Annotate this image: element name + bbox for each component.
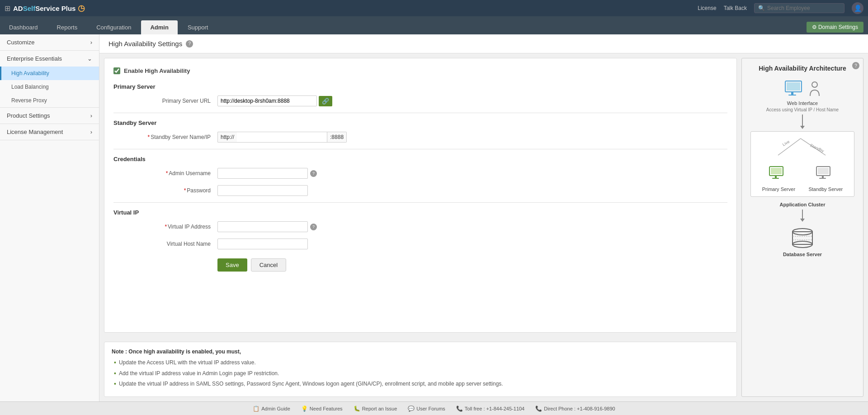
svg-rect-12 (772, 178, 779, 179)
svg-line-5 (778, 138, 801, 155)
svg-text:Live: Live (782, 139, 790, 147)
primary-url-input-group: 🔗 (217, 95, 332, 106)
arch-help-icon[interactable]: ? (852, 62, 859, 69)
arch-arrow-1 (800, 114, 805, 129)
user-avatar[interactable]: 👤 (852, 2, 863, 14)
note-item-1: Update the Access URL with the virtual I… (114, 358, 729, 367)
content-body: Enable High Availability Primary Server … (99, 53, 868, 401)
sidebar-section-title-license[interactable]: License Management › (0, 124, 99, 140)
architecture-panel: ? High Availability Architecture (741, 58, 863, 397)
page-header: High Availability Settings ? (99, 34, 868, 53)
enable-ha-label: Enable High Availability (124, 67, 190, 74)
sidebar-section-enterprise: Enterprise Essentials ⌄ High Availabilit… (0, 51, 99, 108)
top-bar: ⊞ ADSelfService Plus ◷ License Talk Back… (0, 0, 868, 16)
tab-support[interactable]: Support (179, 20, 217, 34)
virtual-host-input[interactable] (217, 239, 308, 249)
virtual-ip-section-title: Virtual IP (113, 209, 727, 216)
form-area: Enable High Availability Primary Server … (104, 58, 737, 333)
note-box: Note : Once high availability is enabled… (104, 342, 737, 397)
footer-user-forums[interactable]: 💬 User Forums (408, 405, 445, 412)
svg-rect-2 (791, 92, 793, 95)
footer-admin-guide[interactable]: 📋 Admin Guide (253, 405, 290, 412)
standby-server-input[interactable] (237, 132, 327, 143)
admin-guide-icon: 📋 (253, 405, 259, 412)
svg-rect-14 (818, 168, 829, 174)
arch-db-label: Database Server (783, 252, 822, 257)
arch-title: High Availability Architecture (742, 58, 863, 76)
note-item-2: Add the virtual IP address value in Admi… (114, 369, 729, 377)
search-icon: 🔍 (758, 5, 765, 11)
search-input[interactable] (767, 5, 840, 11)
toll-free-icon: 📞 (456, 405, 463, 412)
nav-tabs: Dashboard Reports Configuration Admin Su… (0, 16, 868, 34)
page-title: High Availability Settings (108, 40, 182, 48)
sidebar-section-title-customize[interactable]: Customize › (0, 34, 99, 50)
arch-person-svg (808, 80, 821, 99)
svg-rect-3 (788, 95, 796, 95)
standby-prefix: http:// (217, 132, 237, 143)
standby-row: *Standby Server Name/IP http:// :8888 (113, 132, 727, 143)
arch-cluster-inner: Primary Server Standby Server (755, 166, 849, 192)
username-input[interactable] (217, 168, 308, 179)
cancel-button[interactable]: Cancel (251, 258, 286, 272)
button-row: Save Cancel (113, 258, 727, 272)
tab-configuration[interactable]: Configuration (87, 20, 140, 34)
search-box: 🔍 (754, 3, 844, 13)
main-layout: Customize › Enterprise Essentials ⌄ High… (0, 34, 868, 401)
page-help-icon[interactable]: ? (186, 40, 193, 48)
sidebar-item-reverse-proxy[interactable]: Reverse Proxy (0, 94, 99, 107)
enable-ha-checkbox[interactable] (113, 67, 120, 74)
arch-web-interface-label: Web Interface (787, 100, 818, 106)
arch-standby-monitor-svg (815, 166, 836, 185)
sidebar-section-title-product-settings[interactable]: Product Settings › (0, 108, 99, 124)
sidebar-section-customize: Customize › (0, 34, 99, 51)
footer: 📋 Admin Guide 💡 Need Features 🐛 Report a… (0, 401, 868, 415)
need-features-icon: 💡 (301, 405, 308, 412)
talkback-link[interactable]: Talk Back (724, 5, 747, 11)
svg-text:Standby: Standby (809, 143, 825, 153)
chevron-down-icon: ⌄ (87, 55, 92, 62)
footer-report-issue[interactable]: 🐛 Report an Issue (354, 405, 397, 412)
grid-icon[interactable]: ⊞ (5, 4, 10, 13)
password-input[interactable] (217, 185, 308, 196)
virtual-ip-label: *Virtual IP Address (127, 224, 217, 230)
arch-cluster-box: Live Standby (750, 131, 854, 197)
save-button[interactable]: Save (217, 258, 247, 272)
tab-dashboard[interactable]: Dashboard (0, 20, 47, 34)
primary-server-section-title: Primary Server (113, 83, 727, 90)
user-forums-icon: 💬 (408, 405, 415, 412)
virtual-ip-row: *Virtual IP Address ? (113, 221, 727, 232)
note-item-3: Update the virtual IP address in SAML SS… (114, 380, 729, 388)
virtual-ip-input[interactable] (217, 221, 308, 232)
primary-url-action-button[interactable]: 🔗 (319, 96, 332, 106)
domain-settings-button[interactable]: ⚙ Domain Settings (807, 22, 863, 33)
sidebar-section-license: License Management › (0, 124, 99, 140)
footer-need-features[interactable]: 💡 Need Features (301, 405, 343, 412)
sidebar-item-load-balancing[interactable]: Load Balancing (0, 80, 99, 94)
arch-db-section: Database Server (783, 226, 822, 257)
username-help-icon[interactable]: ? (310, 170, 317, 177)
standby-server-section-title: Standby Server (113, 119, 727, 126)
sidebar-section-title-enterprise[interactable]: Enterprise Essentials ⌄ (0, 51, 99, 67)
username-row: *Admin Username ? (113, 168, 727, 179)
arch-web-interface: Web Interface Access using Virtual IP / … (766, 80, 839, 112)
sidebar-item-high-availability[interactable]: High Availability (0, 67, 99, 80)
form-column: Enable High Availability Primary Server … (99, 53, 741, 401)
app-logo: ADSelfService Plus ◷ (13, 3, 85, 13)
tab-reports[interactable]: Reports (48, 20, 87, 34)
sidebar-section-product-settings: Product Settings › (0, 108, 99, 124)
svg-rect-1 (787, 82, 800, 91)
enable-row: Enable High Availability (113, 67, 727, 74)
arch-diagram: Web Interface Access using Virtual IP / … (742, 76, 863, 262)
virtual-host-label: Virtual Host Name (127, 241, 217, 247)
arch-monitor-svg (783, 80, 806, 99)
arch-primary-label: Primary Server (762, 186, 795, 192)
primary-url-input[interactable] (217, 95, 317, 106)
virtual-host-row: Virtual Host Name (113, 239, 727, 249)
license-link[interactable]: License (698, 5, 716, 11)
virtual-ip-help-icon[interactable]: ? (310, 224, 317, 230)
tab-admin[interactable]: Admin (141, 20, 177, 34)
password-label: *Password (127, 187, 217, 194)
svg-rect-10 (771, 168, 782, 174)
password-row: *Password (113, 185, 727, 196)
